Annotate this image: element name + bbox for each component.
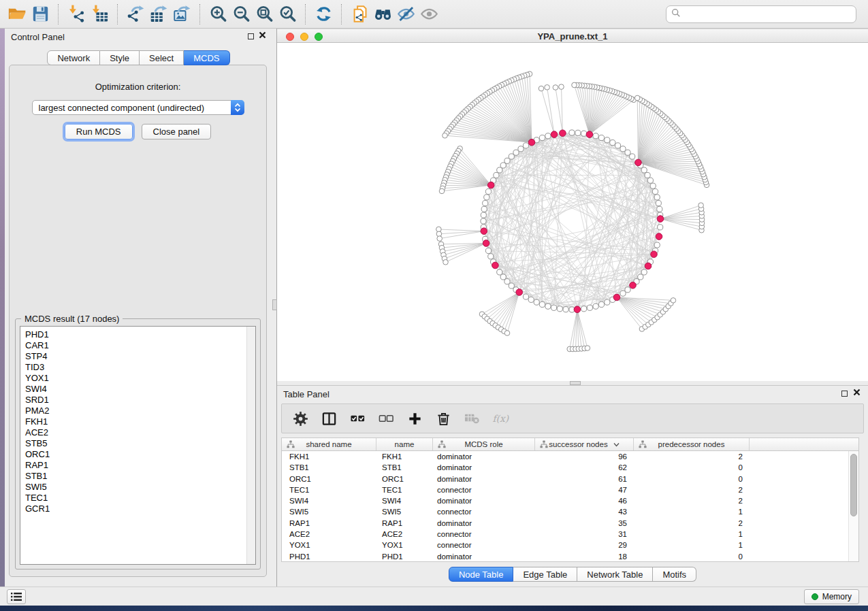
cell-shared-name: ORC1 <box>282 474 376 484</box>
cell-MCDS-role: connector <box>433 529 535 540</box>
tab-select[interactable]: Select <box>140 50 184 65</box>
column-header-name[interactable]: name <box>376 438 433 450</box>
tab-node-table[interactable]: Node Table <box>449 567 514 582</box>
search-input[interactable] <box>684 10 856 20</box>
table-scrollbar[interactable] <box>848 451 858 561</box>
mcds-result-item[interactable]: SWI4 <box>25 384 255 395</box>
network-view-titlebar[interactable]: YPA_prune.txt_1 <box>277 29 868 43</box>
tab-mcds[interactable]: MCDS <box>184 50 229 65</box>
column-header-predecessor-nodes[interactable]: predecessor nodes <box>634 438 750 450</box>
mcds-result-item[interactable]: YOX1 <box>25 373 255 384</box>
select-all-icon[interactable] <box>349 410 366 427</box>
deselect-all-icon[interactable] <box>377 410 395 427</box>
memory-label: Memory <box>822 592 852 601</box>
columns-icon[interactable] <box>320 410 338 427</box>
mcds-result-item[interactable]: STB1 <box>25 471 255 482</box>
cell-shared-name: ACE2 <box>282 529 376 540</box>
open-file-icon[interactable] <box>5 3 29 25</box>
table-row[interactable]: ACE2ACE2connector311 <box>282 529 858 540</box>
main-toolbar <box>0 0 868 29</box>
mcds-result-item[interactable]: STB5 <box>25 438 255 449</box>
mcds-result-item[interactable]: TID3 <box>25 362 255 373</box>
zoom-in-icon[interactable] <box>206 3 229 25</box>
tab-network[interactable]: Network <box>47 50 100 65</box>
tab-network-table[interactable]: Network Table <box>577 567 653 582</box>
close-panel-button[interactable]: Close panel <box>142 124 212 139</box>
tab-edge-table[interactable]: Edge Table <box>513 567 577 582</box>
cell-predecessor-nodes: 1 <box>634 506 750 517</box>
hide-selected-icon[interactable] <box>394 3 417 25</box>
vertical-splitter[interactable] <box>272 29 277 587</box>
cell-successor-nodes: 61 <box>535 474 634 484</box>
close-panel-icon[interactable] <box>259 31 266 41</box>
import-network-icon[interactable] <box>65 3 88 25</box>
cell-MCDS-role: dominator <box>433 462 535 473</box>
criterion-select[interactable]: largest connected component (undirected) <box>32 100 244 115</box>
show-panels-button[interactable] <box>7 589 26 604</box>
find-icon[interactable] <box>371 3 394 25</box>
table-row[interactable]: RAP1RAP1dominator352 <box>282 518 858 529</box>
splitter-grip[interactable] <box>272 299 277 310</box>
mcds-result-item[interactable]: STP4 <box>25 351 255 362</box>
cell-successor-nodes: 31 <box>535 529 634 540</box>
import-table-icon[interactable] <box>88 3 111 25</box>
table-row[interactable]: SWI5SWI5connector431 <box>282 506 858 517</box>
float-panel-icon[interactable] <box>248 33 254 39</box>
cell-MCDS-role: connector <box>433 506 535 517</box>
duplicate-network-icon[interactable] <box>348 3 371 25</box>
settings-icon[interactable] <box>291 410 309 427</box>
mcds-result-list[interactable]: PHD1CAR1STP4TID3YOX1SWI4SRD1PMA2FKH1ACE2… <box>20 326 256 565</box>
table-row[interactable]: FKH1FKH1dominator962 <box>282 451 858 462</box>
export-network-icon[interactable] <box>124 3 147 25</box>
table-row[interactable]: ORC1ORC1dominator610 <box>282 474 858 484</box>
mcds-result-item[interactable]: TEC1 <box>25 493 255 503</box>
tab-motifs[interactable]: Motifs <box>653 567 696 582</box>
network-canvas[interactable] <box>277 43 868 381</box>
zoom-fit-icon[interactable] <box>253 3 276 25</box>
mcds-result-item[interactable]: ORC1 <box>25 449 255 460</box>
column-header-MCDS-role[interactable]: MCDS role <box>433 438 535 450</box>
cell-name: STB1 <box>376 462 433 473</box>
float-panel-icon[interactable] <box>841 391 848 397</box>
mcds-result-item[interactable]: FKH1 <box>25 416 255 427</box>
table-row[interactable]: TEC1TEC1connector472 <box>282 484 858 495</box>
memory-button[interactable]: Memory <box>804 589 859 604</box>
table-row[interactable]: STB1STB1dominator620 <box>282 462 858 473</box>
zoom-selected-icon[interactable] <box>276 3 299 25</box>
close-panel-icon[interactable] <box>853 389 861 398</box>
column-header-shared-name[interactable]: shared name <box>282 438 376 450</box>
table-row[interactable]: SWI4SWI4dominator462 <box>282 495 858 506</box>
mcds-result-item[interactable]: RAP1 <box>25 460 255 471</box>
mcds-result-item[interactable]: PHD1 <box>25 329 255 340</box>
mcds-result-item[interactable]: CAR1 <box>25 340 255 351</box>
memory-status-icon <box>811 593 818 600</box>
mcds-result-item[interactable]: GCR1 <box>25 503 255 514</box>
mcds-result-item[interactable]: ACE2 <box>25 427 255 438</box>
network-search-box[interactable] <box>666 5 856 23</box>
column-header-successor-nodes[interactable]: successor nodes <box>535 438 634 450</box>
svg-text:f(x): f(x) <box>493 413 509 424</box>
scrollbar-thumb[interactable] <box>850 454 857 516</box>
save-session-icon[interactable] <box>29 3 52 25</box>
function-builder-icon: f(x) <box>492 410 509 427</box>
mcds-result-item[interactable]: SRD1 <box>25 395 255 406</box>
mcds-result-item[interactable]: PMA2 <box>25 406 255 416</box>
export-image-icon[interactable] <box>170 3 193 25</box>
tab-style[interactable]: Style <box>100 50 140 65</box>
refresh-icon[interactable] <box>312 3 335 25</box>
run-mcds-button[interactable]: Run MCDS <box>65 124 133 139</box>
cell-MCDS-role: dominator <box>433 551 535 562</box>
cell-successor-nodes: 62 <box>535 462 634 473</box>
show-all-icon[interactable] <box>417 3 440 25</box>
mcds-list-scrollbar[interactable] <box>246 327 255 564</box>
table-row[interactable]: PHD1PHD1dominator180 <box>282 551 858 562</box>
zoom-out-icon[interactable] <box>229 3 253 25</box>
column-type-icon <box>540 440 548 450</box>
cell-MCDS-role: connector <box>433 484 535 495</box>
export-table-icon[interactable] <box>147 3 170 25</box>
add-icon[interactable] <box>406 410 423 427</box>
delete-icon[interactable] <box>434 410 452 427</box>
table-row[interactable]: YOX1YOX1connector291 <box>282 540 858 550</box>
network-graph[interactable] <box>277 43 868 381</box>
mcds-result-item[interactable]: SWI5 <box>25 482 255 493</box>
